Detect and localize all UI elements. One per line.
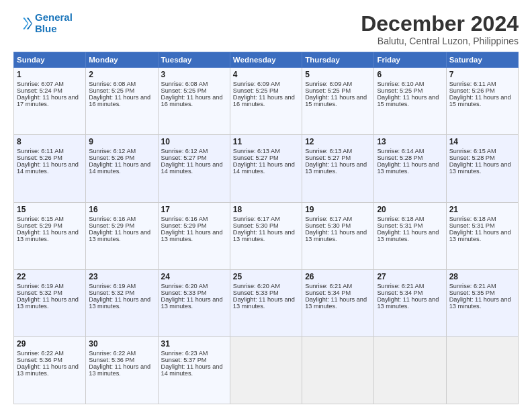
sunset-label: Sunset: 5:24 PM (17, 87, 62, 94)
daylight-label: Daylight: 11 hours and 13 minutes. (233, 229, 295, 242)
calendar-cell: 3 Sunrise: 6:08 AM Sunset: 5:25 PM Dayli… (158, 68, 230, 135)
sunrise-label: Sunrise: 6:19 AM (89, 283, 136, 289)
daylight-label: Daylight: 11 hours and 14 minutes. (17, 161, 79, 175)
sunrise-label: Sunrise: 6:18 AM (449, 216, 496, 222)
day-number: 17 (161, 205, 227, 214)
day-header-tuesday: Tuesday (158, 52, 230, 68)
calendar-week-row: 1 Sunrise: 6:07 AM Sunset: 5:24 PM Dayli… (14, 68, 519, 135)
sunset-label: Sunset: 5:33 PM (161, 289, 207, 296)
sunrise-label: Sunrise: 6:12 AM (89, 148, 136, 154)
daylight-label: Daylight: 11 hours and 16 minutes. (89, 94, 150, 107)
daylight-label: Daylight: 11 hours and 13 minutes. (377, 296, 439, 310)
sunrise-label: Sunrise: 6:11 AM (449, 81, 496, 87)
day-number: 12 (305, 137, 371, 146)
sunrise-label: Sunrise: 6:19 AM (17, 283, 64, 289)
logo-icon (13, 14, 32, 33)
sunrise-label: Sunrise: 6:21 AM (449, 283, 496, 289)
day-number: 23 (89, 272, 154, 281)
sunrise-label: Sunrise: 6:17 AM (305, 216, 352, 222)
sunrise-label: Sunrise: 6:10 AM (377, 81, 424, 87)
sunrise-label: Sunrise: 6:18 AM (377, 216, 424, 222)
daylight-label: Daylight: 11 hours and 13 minutes. (449, 229, 511, 242)
calendar-cell: 7 Sunrise: 6:11 AM Sunset: 5:26 PM Dayli… (446, 68, 518, 135)
day-number: 18 (233, 205, 299, 214)
daylight-label: Daylight: 11 hours and 13 minutes. (17, 296, 79, 310)
title-block: December 2024 Balutu, Central Luzon, Phi… (361, 12, 519, 46)
sunset-label: Sunset: 5:29 PM (161, 222, 207, 229)
day-number: 10 (161, 137, 227, 146)
calendar-cell: 14 Sunrise: 6:15 AM Sunset: 5:28 PM Dayl… (446, 135, 518, 202)
sunrise-label: Sunrise: 6:23 AM (161, 350, 208, 357)
sunset-label: Sunset: 5:25 PM (233, 87, 279, 94)
day-header-thursday: Thursday (302, 52, 374, 68)
sunset-label: Sunset: 5:36 PM (89, 357, 134, 363)
calendar-cell: 12 Sunrise: 6:13 AM Sunset: 5:27 PM Dayl… (302, 135, 374, 202)
calendar-cell: 16 Sunrise: 6:16 AM Sunset: 5:29 PM Dayl… (86, 202, 158, 269)
header: General Blue December 2024 Balutu, Centr… (13, 12, 519, 46)
logo-text: General Blue (35, 12, 73, 34)
sunrise-label: Sunrise: 6:22 AM (17, 350, 64, 357)
calendar-cell: 25 Sunrise: 6:20 AM Sunset: 5:33 PM Dayl… (230, 269, 302, 336)
calendar-cell: 22 Sunrise: 6:19 AM Sunset: 5:32 PM Dayl… (14, 269, 86, 336)
main-title: December 2024 (361, 12, 519, 36)
sunrise-label: Sunrise: 6:09 AM (233, 81, 280, 87)
daylight-label: Daylight: 11 hours and 14 minutes. (233, 161, 295, 175)
daylight-label: Daylight: 11 hours and 15 minutes. (305, 94, 367, 107)
sunrise-label: Sunrise: 6:22 AM (89, 350, 136, 357)
sunset-label: Sunset: 5:27 PM (161, 154, 207, 161)
sunset-label: Sunset: 5:30 PM (233, 222, 279, 229)
calendar-cell: 11 Sunrise: 6:13 AM Sunset: 5:27 PM Dayl… (230, 135, 302, 202)
calendar-cell: 18 Sunrise: 6:17 AM Sunset: 5:30 PM Dayl… (230, 202, 302, 269)
daylight-label: Daylight: 11 hours and 13 minutes. (449, 296, 511, 310)
calendar-cell (302, 336, 374, 404)
daylight-label: Daylight: 11 hours and 13 minutes. (305, 161, 367, 175)
daylight-label: Daylight: 11 hours and 13 minutes. (377, 229, 439, 242)
calendar-week-row: 29 Sunrise: 6:22 AM Sunset: 5:36 PM Dayl… (14, 336, 519, 404)
day-number: 20 (377, 205, 443, 214)
day-header-wednesday: Wednesday (230, 52, 302, 68)
sunset-label: Sunset: 5:27 PM (305, 154, 351, 161)
calendar-cell: 27 Sunrise: 6:21 AM Sunset: 5:34 PM Dayl… (374, 269, 446, 336)
day-header-row: SundayMondayTuesdayWednesdayThursdayFrid… (14, 52, 519, 68)
logo-line1: General (35, 11, 73, 23)
day-number: 26 (305, 272, 371, 281)
day-number: 24 (161, 272, 227, 281)
calendar-cell: 21 Sunrise: 6:18 AM Sunset: 5:31 PM Dayl… (446, 202, 518, 269)
sunrise-label: Sunrise: 6:07 AM (17, 81, 64, 87)
day-number: 4 (233, 70, 299, 79)
daylight-label: Daylight: 11 hours and 13 minutes. (233, 296, 295, 310)
sunrise-label: Sunrise: 6:13 AM (305, 148, 352, 154)
sunset-label: Sunset: 5:35 PM (449, 289, 495, 296)
calendar-cell: 4 Sunrise: 6:09 AM Sunset: 5:25 PM Dayli… (230, 68, 302, 135)
sunrise-label: Sunrise: 6:13 AM (233, 148, 280, 154)
sunset-label: Sunset: 5:30 PM (305, 222, 351, 229)
sunset-label: Sunset: 5:26 PM (17, 154, 62, 161)
calendar-cell: 5 Sunrise: 6:09 AM Sunset: 5:25 PM Dayli… (302, 68, 374, 135)
logo-line2: Blue (35, 23, 57, 34)
sunset-label: Sunset: 5:32 PM (89, 289, 134, 296)
sunrise-label: Sunrise: 6:11 AM (17, 148, 64, 154)
calendar-cell: 17 Sunrise: 6:16 AM Sunset: 5:29 PM Dayl… (158, 202, 230, 269)
calendar-cell: 29 Sunrise: 6:22 AM Sunset: 5:36 PM Dayl… (14, 336, 86, 404)
sunrise-label: Sunrise: 6:14 AM (377, 148, 424, 154)
sunset-label: Sunset: 5:32 PM (17, 289, 62, 296)
sunrise-label: Sunrise: 6:16 AM (89, 216, 136, 222)
sunset-label: Sunset: 5:25 PM (89, 87, 134, 94)
daylight-label: Daylight: 11 hours and 13 minutes. (17, 229, 79, 242)
day-number: 22 (17, 272, 83, 281)
sunset-label: Sunset: 5:37 PM (161, 357, 207, 363)
sunrise-label: Sunrise: 6:21 AM (377, 283, 424, 289)
daylight-label: Daylight: 11 hours and 13 minutes. (305, 229, 367, 242)
calendar-cell: 20 Sunrise: 6:18 AM Sunset: 5:31 PM Dayl… (374, 202, 446, 269)
daylight-label: Daylight: 11 hours and 14 minutes. (89, 161, 150, 175)
calendar-table: SundayMondayTuesdayWednesdayThursdayFrid… (13, 52, 519, 404)
sunrise-label: Sunrise: 6:20 AM (233, 283, 280, 289)
day-header-saturday: Saturday (446, 52, 518, 68)
calendar-cell (446, 336, 518, 404)
sunset-label: Sunset: 5:25 PM (305, 87, 351, 94)
calendar-cell: 1 Sunrise: 6:07 AM Sunset: 5:24 PM Dayli… (14, 68, 86, 135)
day-number: 3 (161, 70, 227, 79)
day-number: 7 (449, 70, 515, 79)
daylight-label: Daylight: 11 hours and 14 minutes. (161, 161, 223, 175)
day-number: 13 (377, 137, 443, 146)
